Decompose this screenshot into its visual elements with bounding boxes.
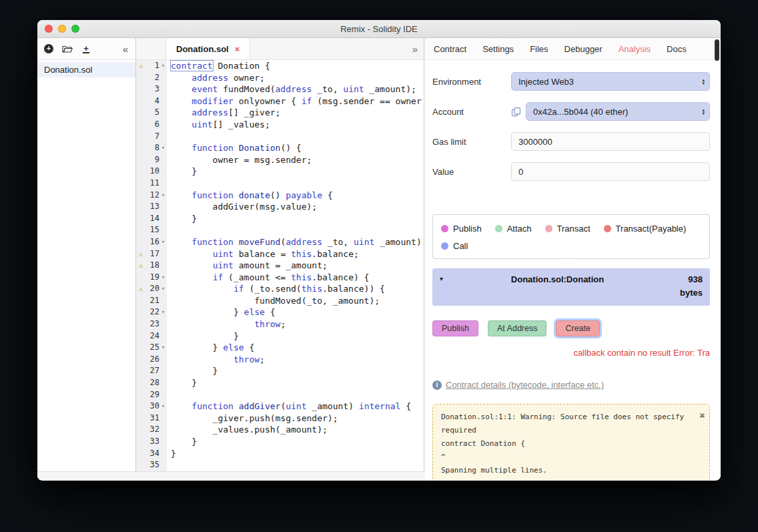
code-text[interactable]: function donate() payable { [167,190,333,202]
gutter-cell[interactable]: 22▾ [136,306,167,318]
tab-analysis[interactable]: Analysis [619,44,651,54]
tab-files[interactable]: Files [530,44,548,54]
gutter-cell[interactable]: 33 [136,436,167,448]
gutter-cell[interactable]: 7 [136,131,167,143]
code-text[interactable]: } [167,166,197,178]
code-text[interactable] [167,178,171,190]
code-text[interactable]: } else { [167,306,276,318]
value-input[interactable] [511,162,710,181]
gutter-cell[interactable]: 11 [136,178,167,190]
code-text[interactable]: throw; [167,318,286,330]
code-text[interactable]: } [167,213,197,225]
gutter-cell[interactable]: 21 [136,295,167,307]
code-text[interactable]: fundMoved(_to, _amount); [167,295,380,307]
code-text[interactable]: } [167,448,176,460]
code-text[interactable]: if (_amount <= this.balance) { [167,272,369,284]
fold-icon[interactable]: ▾ [159,142,167,154]
fold-icon[interactable]: ▾ [159,306,167,318]
code-text[interactable]: contract Donation { [167,60,270,72]
gutter-cell[interactable]: 27 [136,365,167,377]
code-text[interactable] [167,459,171,471]
tab-docs[interactable]: Docs [667,44,687,54]
code-text[interactable]: if (_to.send(this.balance)) { [167,283,385,295]
fold-icon[interactable]: ▾ [159,190,167,202]
file-item-donation[interactable]: Donation.sol [37,62,135,77]
code-editor[interactable]: ⚠1▾contract Donation {2 address owner;3 … [136,60,424,480]
gutter-cell[interactable]: 13 [136,201,167,213]
code-text[interactable]: } [167,330,239,342]
gutter-cell[interactable]: ⚠1▾ [136,60,167,72]
account-select[interactable]: 0x42a...5b044 (40 ether) ▴▾ [526,102,710,121]
gutter-cell[interactable]: 34 [136,448,167,460]
gutter-cell[interactable]: 6 [136,119,167,131]
fold-icon[interactable]: ▾ [159,236,167,248]
gutter-cell[interactable]: 9 [136,154,167,166]
create-button[interactable]: Create [556,320,600,336]
code-text[interactable]: function moveFund(address _to, uint _amo… [167,236,424,248]
gutter-cell[interactable]: 14 [136,213,167,225]
new-file-icon[interactable]: + [43,43,54,54]
code-text[interactable] [167,389,171,401]
tab-donation-sol[interactable]: Donation.sol × [165,38,250,59]
gutter-cell[interactable]: 30▾ [136,401,167,413]
tab-contract[interactable]: Contract [434,44,466,54]
open-folder-icon[interactable] [62,43,73,54]
code-text[interactable] [167,224,171,236]
close-tab-icon[interactable]: × [235,44,240,54]
gutter-cell[interactable]: 31 [136,413,167,425]
code-text[interactable]: function Donation() { [167,142,302,154]
code-text[interactable]: } [167,436,197,448]
horizontal-scrollbar[interactable] [37,471,425,480]
tab-settings[interactable]: Settings [482,44,514,54]
swap-panel-icon[interactable]: » [406,43,424,55]
gutter-cell[interactable]: 35 [136,459,167,471]
code-text[interactable]: uint balance = this.balance; [167,248,359,260]
code-text[interactable]: } else { [167,342,254,354]
gutter-cell[interactable]: 10 [136,166,167,178]
vertical-scrollbar-thumb[interactable] [715,39,719,61]
collapse-panel-icon[interactable]: « [123,43,129,55]
fold-icon[interactable]: ▾ [159,60,167,72]
gutter-cell[interactable]: 4 [136,95,167,107]
gutter-cell[interactable]: 19▾ [136,272,167,284]
code-text[interactable]: } [167,365,218,377]
code-text[interactable] [167,131,171,143]
code-text[interactable]: addGiver(msg.value); [167,201,317,213]
code-text[interactable]: _giver.push(msg.sender); [167,413,338,425]
gutter-cell[interactable]: 3 [136,83,167,95]
gutter-cell[interactable]: 26 [136,354,167,366]
gutter-cell[interactable]: 8▾ [136,142,167,154]
tab-debugger[interactable]: Debugger [564,44,603,54]
fold-icon[interactable]: ▾ [159,401,167,413]
gutter-cell[interactable]: 29 [136,389,167,401]
gas-limit-input[interactable] [511,132,710,151]
gutter-cell[interactable]: 2 [136,72,167,84]
gutter-cell[interactable]: 16▾ [136,236,167,248]
gutter-cell[interactable]: 23 [136,318,167,330]
code-text[interactable]: uint amount = _amount; [167,260,328,272]
publish-gist-icon[interactable]: + [81,43,91,54]
gutter-cell[interactable]: 25▾ [136,342,167,354]
code-text[interactable]: uint[] _values; [167,119,270,131]
gutter-cell[interactable]: 32 [136,424,167,436]
publish-button[interactable]: Publish [432,320,478,336]
gutter-cell[interactable]: 24 [136,330,167,342]
environment-select[interactable]: Injected Web3 ▴▾ [511,72,710,91]
gutter-cell[interactable]: ⚠17 [136,248,167,260]
code-text[interactable]: _values.push(_amount); [167,424,328,436]
contract-details-link[interactable]: i Contract details (bytecode, interface … [432,380,710,390]
code-text[interactable]: throw; [167,354,265,366]
code-text[interactable]: address owner; [167,72,265,84]
fold-icon[interactable]: ▾ [159,342,167,354]
gutter-cell[interactable]: ⚠18 [136,260,167,272]
code-text[interactable]: function addGiver(uint _amount) internal… [167,401,411,413]
gutter-cell[interactable]: 5 [136,107,167,119]
gutter-cell[interactable]: 12▾ [136,190,167,202]
gutter-cell[interactable]: ⚠20▾ [136,283,167,295]
code-text[interactable]: } [167,377,197,389]
fold-icon[interactable]: ▾ [159,272,167,284]
code-text[interactable]: modifier onlyowner { if (msg.sender == o… [167,95,422,107]
contract-header[interactable]: ▾ Donation.sol:Donation 938 bytes [432,268,710,306]
at-address-button[interactable]: At Address [488,320,546,336]
code-text[interactable]: address[] _giver; [167,107,280,119]
